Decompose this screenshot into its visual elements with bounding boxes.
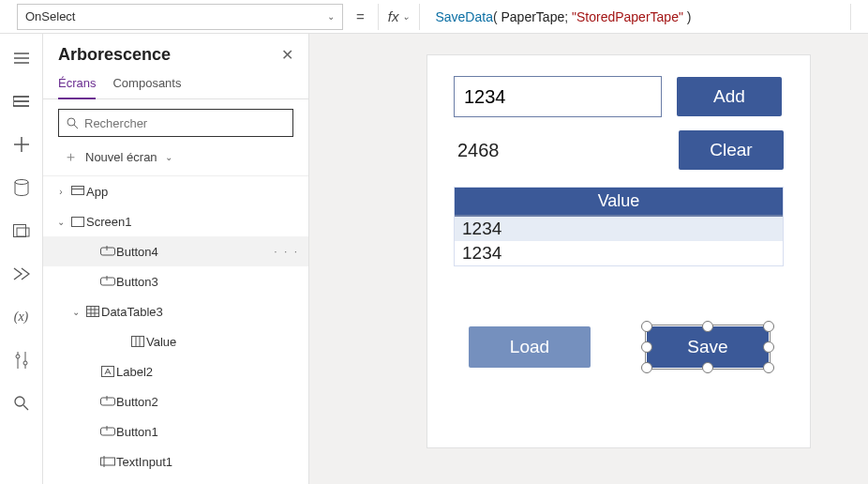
- resize-handle[interactable]: [702, 321, 713, 332]
- svg-rect-17: [72, 187, 84, 189]
- chevron-down-icon: ⌄: [67, 307, 84, 317]
- property-dropdown[interactable]: OnSelect ⌄: [17, 4, 343, 30]
- tree-node-app[interactable]: ›App: [43, 176, 308, 206]
- textinput-icon: [99, 456, 116, 467]
- variables-icon[interactable]: (x): [12, 308, 31, 326]
- tab-screens[interactable]: Écrans: [58, 70, 96, 99]
- screen-icon: [69, 217, 86, 227]
- tree-node-screen1[interactable]: ⌄Screen1: [43, 206, 308, 236]
- load-button[interactable]: Load: [469, 326, 591, 368]
- resize-handle[interactable]: [641, 321, 652, 332]
- tree-node-textinput1[interactable]: TextInput1: [43, 446, 308, 476]
- svg-point-12: [15, 397, 24, 406]
- column-icon: [129, 336, 146, 347]
- svg-line-13: [23, 405, 28, 410]
- save-button-selected[interactable]: Save: [647, 326, 769, 368]
- svg-line-15: [74, 125, 78, 129]
- canvas[interactable]: Add 2468 Clear Value 1234 1234 Load Save: [309, 34, 868, 484]
- tree-view-panel: Arborescence ✕ Écrans Composants ＋ Nouve…: [43, 34, 309, 484]
- close-icon[interactable]: ✕: [281, 46, 293, 64]
- tree-node-label: Button3: [116, 275, 299, 289]
- button-icon: [99, 396, 116, 407]
- tree-node-datatable3[interactable]: ⌄DataTable3: [43, 296, 308, 326]
- tree-view-icon[interactable]: [12, 92, 31, 111]
- search-icon[interactable]: [12, 394, 31, 413]
- tree-node-label: App: [86, 185, 299, 199]
- more-icon[interactable]: · · ·: [274, 245, 299, 258]
- left-rail: (x): [0, 34, 43, 484]
- svg-rect-23: [87, 307, 99, 317]
- fx-button[interactable]: fx ⌄: [378, 4, 421, 30]
- svg-rect-21: [101, 278, 115, 285]
- equals-label: =: [352, 8, 368, 24]
- button-icon: [99, 246, 116, 257]
- tree-title: Arborescence: [58, 45, 171, 65]
- number-input[interactable]: [454, 76, 662, 117]
- tree-node-label: Button1: [116, 425, 299, 439]
- add-button[interactable]: Add: [677, 77, 782, 116]
- svg-rect-19: [101, 248, 115, 255]
- hamburger-icon[interactable]: [12, 49, 31, 68]
- sum-label: 2468: [454, 140, 500, 161]
- fx-icon: fx: [388, 8, 399, 24]
- svg-point-10: [16, 355, 20, 358]
- property-name: OnSelect: [25, 9, 75, 23]
- svg-rect-7: [17, 228, 29, 236]
- tab-components[interactable]: Composants: [112, 70, 181, 98]
- new-screen-button[interactable]: ＋ Nouvel écran ⌄: [43, 143, 308, 175]
- resize-handle[interactable]: [763, 362, 774, 373]
- new-screen-label: Nouvel écran: [85, 150, 157, 164]
- tree-node-label2[interactable]: Label2: [43, 356, 308, 386]
- svg-point-14: [67, 118, 75, 126]
- advanced-tools-icon[interactable]: [12, 351, 31, 370]
- tree-node-button3[interactable]: Button3: [43, 266, 308, 296]
- tree-node-button1[interactable]: Button1: [43, 416, 308, 446]
- formula-function: SaveData: [435, 9, 492, 24]
- tree-search-input[interactable]: [84, 116, 285, 130]
- chevron-right-icon: ›: [52, 187, 69, 197]
- plus-icon: ＋: [64, 148, 78, 166]
- tree-node-button4[interactable]: Button4· · ·: [43, 236, 308, 266]
- table-header: Value: [455, 188, 783, 217]
- insert-icon[interactable]: [12, 135, 31, 154]
- tree-node-label: Screen1: [86, 215, 299, 229]
- power-automate-icon[interactable]: [12, 265, 31, 283]
- svg-rect-34: [101, 428, 115, 435]
- tree-search[interactable]: [58, 109, 293, 137]
- tree-node-label: DataTable3: [101, 305, 299, 319]
- table-row[interactable]: 1234: [455, 241, 783, 265]
- formula-input[interactable]: SaveData( PaperTape; "StoredPaperTape" ): [429, 4, 851, 30]
- table-row[interactable]: 1234: [455, 217, 783, 241]
- media-icon[interactable]: [12, 221, 31, 240]
- button-icon: [99, 276, 116, 287]
- tree-node-label: Button4: [116, 245, 274, 259]
- tree-node-label: TextInput1: [116, 455, 299, 469]
- svg-rect-28: [132, 337, 144, 347]
- svg-rect-36: [101, 458, 115, 465]
- tree-node-label: Label2: [116, 365, 299, 379]
- tree-node-button2[interactable]: Button2: [43, 386, 308, 416]
- tree-node-value[interactable]: Value: [43, 326, 308, 356]
- tree-tabs: Écrans Composants: [43, 70, 308, 99]
- svg-rect-6: [13, 225, 25, 237]
- tree-list: ›App ⌄Screen1 Button4· · · Button3 ⌄Data…: [43, 175, 308, 484]
- data-table[interactable]: Value 1234 1234: [454, 187, 784, 266]
- resize-handle[interactable]: [702, 362, 713, 373]
- resize-handle[interactable]: [763, 341, 774, 353]
- resize-handle[interactable]: [641, 341, 652, 353]
- datatable-icon: [84, 306, 101, 317]
- tree-node-label: Value: [146, 335, 299, 349]
- app-preview: Add 2468 Clear Value 1234 1234 Load Save: [427, 54, 811, 448]
- label-icon: [99, 366, 116, 377]
- formula-identifier: PaperTape: [501, 9, 564, 24]
- clear-button[interactable]: Clear: [679, 130, 784, 170]
- data-icon[interactable]: [12, 178, 31, 197]
- chevron-down-icon: ⌄: [52, 217, 69, 227]
- svg-rect-16: [72, 187, 84, 195]
- resize-handle[interactable]: [763, 321, 774, 332]
- svg-rect-18: [72, 217, 84, 226]
- app-icon: [69, 186, 86, 197]
- resize-handle[interactable]: [641, 362, 652, 373]
- formula-string: "StoredPaperTape": [572, 9, 683, 24]
- button-icon: [99, 426, 116, 437]
